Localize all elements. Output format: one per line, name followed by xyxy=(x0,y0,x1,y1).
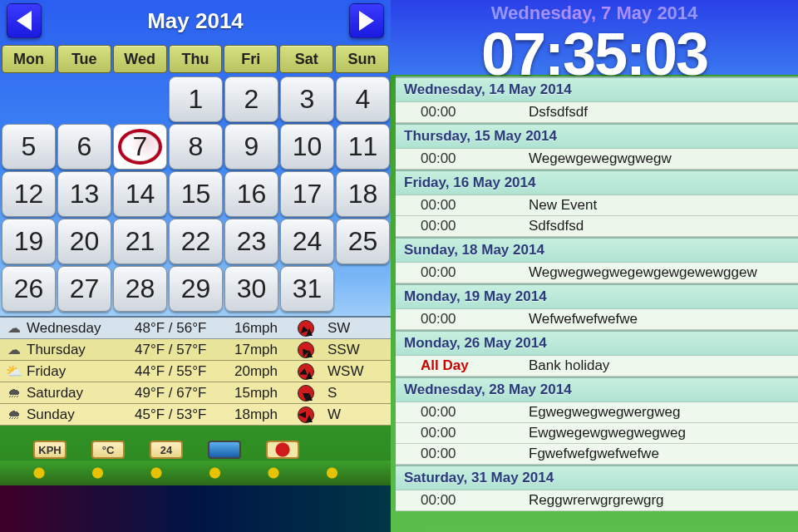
weather-icon: 🌧 xyxy=(2,407,27,422)
calendar-day[interactable]: 26 xyxy=(2,266,56,312)
agenda-event-row[interactable]: 00:00Wefwefwefwefwe xyxy=(396,309,798,330)
calendar-day[interactable]: 1 xyxy=(169,76,223,122)
weather-wind: 15mph xyxy=(234,385,293,401)
agenda-event-time: All Day xyxy=(421,357,529,374)
calendar-day[interactable]: 16 xyxy=(224,171,278,217)
sunflower-strip xyxy=(0,461,391,485)
agenda-day-header: Saturday, 31 May 2014 xyxy=(396,465,798,490)
agenda-event-title: Fgwefwefgwefwefwe xyxy=(529,446,798,462)
agenda-event-time: 00:00 xyxy=(421,446,529,462)
weather-temp: 44°F / 55°F xyxy=(135,363,234,380)
calendar-day[interactable]: 10 xyxy=(280,124,334,170)
calendar-day[interactable]: 6 xyxy=(57,124,111,170)
prev-month-button[interactable] xyxy=(7,3,42,38)
agenda-event-row[interactable]: 00:00New Event xyxy=(396,195,798,216)
calendar-day[interactable]: 14 xyxy=(113,171,167,217)
weather-row: ☁Wednesday48°F / 56°F16mphSW xyxy=(0,318,391,339)
calendar-day[interactable]: 21 xyxy=(113,219,167,264)
calendar-day[interactable]: 5 xyxy=(2,124,56,170)
weather-table: ☁Wednesday48°F / 56°F16mphSW☁Thursday47°… xyxy=(0,316,391,426)
agenda-day-header: Friday, 16 May 2014 xyxy=(396,170,798,195)
hour-format-button[interactable]: 24 xyxy=(150,441,183,459)
calendar-day[interactable]: 29 xyxy=(169,266,223,312)
agenda-event-row[interactable]: 00:00Fgwefwefgwefwefwe xyxy=(396,444,798,465)
temp-unit-button[interactable]: °C xyxy=(91,441,125,459)
agenda-event-time: 00:00 xyxy=(421,218,529,234)
weather-temp: 47°F / 57°F xyxy=(135,342,234,358)
weekday-cell: Fri xyxy=(224,45,278,73)
agenda-day-header: Wednesday, 14 May 2014 xyxy=(396,76,798,102)
speed-unit-button[interactable]: KPH xyxy=(33,441,66,459)
calendar-day[interactable]: 4 xyxy=(336,76,390,122)
agenda-event-row[interactable]: 00:00Dsfsdfsdf xyxy=(396,102,798,123)
weather-dir: SSW xyxy=(319,342,377,358)
calendar-day[interactable]: 9 xyxy=(224,124,278,170)
agenda-event-row[interactable]: 00:00Sdfsdfsd xyxy=(396,216,798,237)
weather-icon: ☁ xyxy=(2,342,27,357)
next-month-button[interactable] xyxy=(349,3,384,38)
calendar-day[interactable]: 20 xyxy=(57,219,111,264)
compass-icon xyxy=(298,406,314,423)
calendar-day[interactable]: 3 xyxy=(280,76,334,122)
calendar-day[interactable]: 31 xyxy=(280,266,334,312)
calendar-day[interactable]: 23 xyxy=(224,219,278,264)
agenda-day-header: Wednesday, 28 May 2014 xyxy=(396,377,798,402)
calendar-day[interactable]: 11 xyxy=(336,124,390,170)
calendar-day[interactable]: 7 xyxy=(113,124,167,170)
wallpaper-button[interactable] xyxy=(208,441,241,459)
weather-row: ⛅Friday44°F / 55°F20mphWSW xyxy=(0,361,391,382)
agenda-event-title: Dsfsdfsdf xyxy=(529,104,798,121)
agenda-event-time: 00:00 xyxy=(421,492,529,509)
calendar-day[interactable]: 22 xyxy=(169,219,223,264)
calendar-day[interactable]: 13 xyxy=(57,171,111,217)
calendar-grid: 1234567891011121314151617181920212223242… xyxy=(2,76,389,312)
agenda-event-row[interactable]: 00:00Ewgwegewgwegwegweg xyxy=(396,423,798,444)
calendar-day[interactable]: 30 xyxy=(224,266,278,312)
weather-day: Friday xyxy=(27,363,135,380)
agenda-event-title: Wefwefwefwefwe xyxy=(529,311,798,328)
agenda-event-title: Reggwrerwgrgrewgrg xyxy=(529,492,798,509)
weekday-cell: Mon xyxy=(2,45,56,73)
weather-wind: 17mph xyxy=(234,342,293,358)
agenda-event-row[interactable]: All DayBank holiday xyxy=(396,356,798,377)
weekday-cell: Sat xyxy=(279,45,333,73)
calendar-day[interactable]: 2 xyxy=(224,76,278,122)
calendar-day[interactable]: 12 xyxy=(2,171,56,217)
agenda-event-row[interactable]: 00:00Reggwrerwgrgrewgrg xyxy=(396,490,798,511)
agenda-event-row[interactable]: 00:00Wegwegwegwegewgewgewewggew xyxy=(396,263,798,283)
weekday-cell: Wed xyxy=(113,45,167,73)
agenda-event-row[interactable]: 00:00Egwegwegwegwergweg xyxy=(396,402,798,423)
agenda-event-time: 00:00 xyxy=(421,150,529,167)
weather-wind: 16mph xyxy=(234,320,293,337)
compass-icon xyxy=(298,363,314,380)
weather-wind: 20mph xyxy=(234,363,293,380)
weekday-cell: Thu xyxy=(169,45,223,73)
month-title: May 2014 xyxy=(147,8,244,34)
weather-dir: WSW xyxy=(319,363,377,380)
agenda-list[interactable]: Wednesday, 14 May 201400:00DsfsdfsdfThur… xyxy=(396,76,798,532)
agenda-day-header: Monday, 26 May 2014 xyxy=(396,330,798,356)
month-nav: May 2014 xyxy=(7,3,384,38)
options-row: KPH °C 24 xyxy=(33,441,299,459)
calendar-day[interactable]: 24 xyxy=(280,219,334,264)
agenda-event-time: 00:00 xyxy=(421,264,529,281)
calendar-day[interactable]: 18 xyxy=(336,171,390,217)
agenda-day-header: Sunday, 18 May 2014 xyxy=(396,237,798,263)
current-time-label: 07:35:03 xyxy=(399,24,790,84)
weather-row: 🌧Saturday49°F / 67°F15mphS xyxy=(0,382,391,404)
weather-icon: ☁ xyxy=(2,320,27,336)
agenda-event-title: Egwegwegwegwergweg xyxy=(529,404,798,421)
calendar-day[interactable]: 17 xyxy=(280,171,334,217)
calendar-day[interactable]: 28 xyxy=(113,266,167,312)
weather-temp: 45°F / 53°F xyxy=(135,406,234,423)
calendar-day[interactable]: 19 xyxy=(2,219,56,264)
weather-day: Wednesday xyxy=(27,320,135,337)
agenda-event-row[interactable]: 00:00Wegewgewegwgwegw xyxy=(396,149,798,170)
calendar-day[interactable]: 25 xyxy=(336,219,390,264)
calendar-day[interactable]: 27 xyxy=(57,266,111,312)
calendar-day[interactable]: 15 xyxy=(169,171,223,217)
weather-icon: ⛅ xyxy=(2,363,27,379)
calendar-day[interactable]: 8 xyxy=(169,124,223,170)
compass-toggle-button[interactable] xyxy=(266,441,299,459)
weather-temp: 48°F / 56°F xyxy=(135,320,234,337)
